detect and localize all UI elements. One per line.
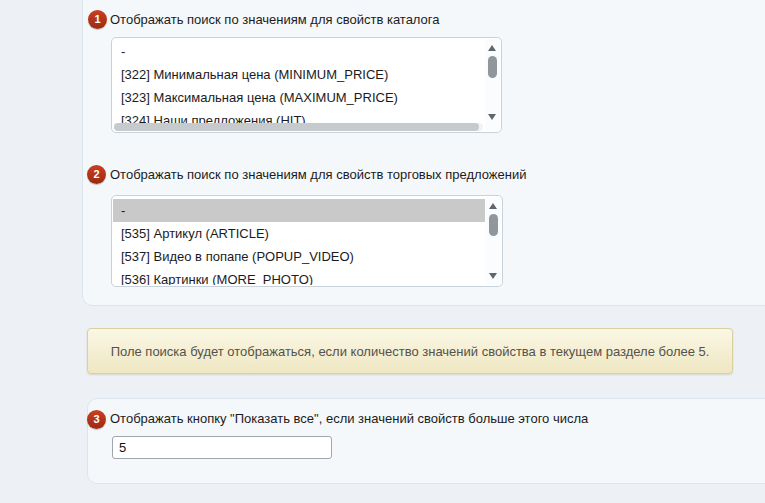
list-option[interactable]: [537] Видео в попапе (POPUP_VIDEO): [113, 245, 485, 268]
scrollbar-thumb[interactable]: [489, 214, 498, 236]
catalog-properties-listbox[interactable]: -[322] Минимальная цена (MINIMUM_PRICE)[…: [111, 37, 502, 133]
list-option[interactable]: [323] Максимальная цена (MAXIMUM_PRICE): [113, 86, 484, 109]
catalog-properties-label: Отображать поиск по значениям для свойст…: [110, 12, 440, 28]
show-all-threshold-input[interactable]: [112, 436, 332, 459]
step-2-badge: 2: [87, 165, 106, 184]
scroll-up-icon[interactable]: [488, 45, 496, 51]
list-option[interactable]: -: [113, 40, 484, 63]
offers-properties-label: Отображать поиск по значениям для свойст…: [110, 167, 526, 183]
catalog-properties-options: -[322] Минимальная цена (MINIMUM_PRICE)[…: [113, 40, 484, 131]
list-option[interactable]: [535] Артикул (ARTICLE): [113, 222, 485, 245]
scrollbar-thumb[interactable]: [488, 56, 497, 78]
settings-form: 1 Отображать поиск по значениям для свой…: [0, 0, 765, 503]
horizontal-scrollbar[interactable]: [114, 123, 483, 131]
list-option[interactable]: -: [113, 199, 485, 222]
step-3-badge: 3: [87, 410, 106, 429]
list-option[interactable]: [536] Картинки (MORE_PHOTO): [113, 268, 485, 285]
vertical-scrollbar[interactable]: [486, 197, 501, 285]
offers-properties-options: -[535] Артикул (ARTICLE)[537] Видео в по…: [113, 199, 485, 285]
vertical-scrollbar[interactable]: [485, 39, 500, 131]
list-option[interactable]: [322] Минимальная цена (MINIMUM_PRICE): [113, 63, 484, 86]
step-1-badge: 1: [88, 10, 107, 29]
scroll-down-icon[interactable]: [489, 273, 497, 279]
scroll-down-icon[interactable]: [488, 114, 496, 120]
horizontal-scrollbar-thumb[interactable]: [114, 123, 479, 131]
scroll-up-icon[interactable]: [489, 203, 497, 209]
offers-properties-listbox[interactable]: -[535] Артикул (ARTICLE)[537] Видео в по…: [111, 195, 503, 287]
show-all-threshold-label: Отображать кнопку "Показать все", если з…: [110, 411, 588, 427]
info-message: Поле поиска будет отображаться, если кол…: [87, 328, 733, 374]
